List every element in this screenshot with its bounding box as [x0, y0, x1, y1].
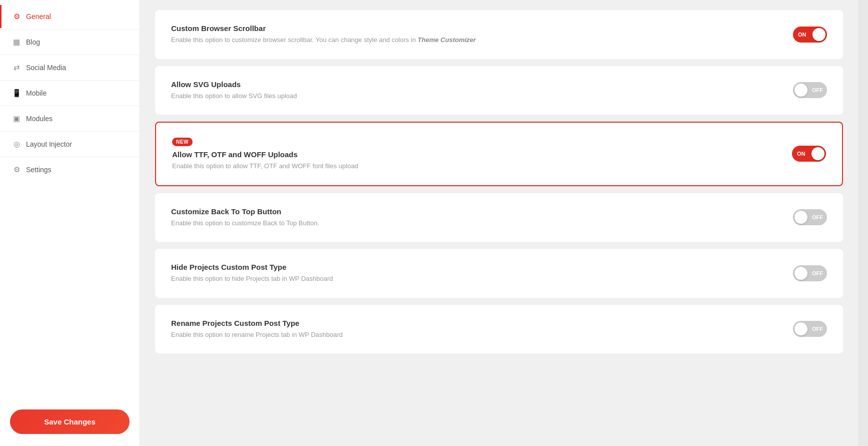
setting-card-hide-projects-custom-post-type: Hide Projects Custom Post Type Enable th… — [155, 249, 843, 298]
sidebar-item-layout-injector[interactable]: ◎ Layout Injector — [0, 133, 140, 156]
setting-info: Custom Browser Scrollbar Enable this opt… — [171, 24, 773, 45]
toggle-container: OFF — [793, 265, 827, 281]
toggle-label: OFF — [812, 214, 823, 220]
sidebar: ⚙ General ▦ Blog ⇄ Social Media 📱 Mobile… — [0, 0, 140, 446]
settings-icon: ⚙ — [12, 165, 21, 174]
sidebar-item-settings[interactable]: ⚙ Settings — [0, 158, 140, 181]
mobile-icon: 📱 — [12, 89, 21, 98]
divider — [0, 131, 140, 132]
sidebar-item-general[interactable]: ⚙ General — [0, 5, 140, 28]
new-badge: NEW — [172, 138, 193, 146]
toggle-label: ON — [797, 151, 805, 157]
sidebar-item-label: Modules — [26, 115, 53, 123]
setting-title: Allow SVG Uploads — [171, 80, 773, 89]
setting-card-rename-projects-custom-post-type: Rename Projects Custom Post Type Enable … — [155, 305, 843, 354]
save-changes-button[interactable]: Save Changes — [10, 409, 130, 434]
sidebar-item-mobile[interactable]: 📱 Mobile — [0, 82, 140, 105]
setting-title: Rename Projects Custom Post Type — [171, 319, 773, 327]
layout-injector-icon: ◎ — [12, 140, 21, 149]
toggle-customize-back-to-top[interactable]: OFF — [793, 209, 827, 225]
social-media-icon: ⇄ — [12, 63, 21, 72]
toggle-knob — [794, 211, 807, 224]
modules-icon: ▣ — [12, 114, 21, 123]
toggle-label: OFF — [812, 270, 823, 276]
setting-desc: Enable this option to hide Projects tab … — [171, 274, 773, 284]
toggle-knob — [812, 28, 825, 41]
setting-desc: Enable this option to rename Projects ta… — [171, 330, 773, 340]
setting-title: Customize Back To Top Button — [171, 207, 773, 216]
toggle-container: ON — [793, 27, 827, 43]
toggle-label: ON — [798, 32, 806, 38]
setting-desc: Enable this option to allow SVG files up… — [171, 91, 773, 101]
setting-desc: Enable this option to allow TTF, OTF and… — [172, 161, 772, 171]
toggle-rename-projects-custom-post-type[interactable]: OFF — [793, 321, 827, 337]
sidebar-item-modules[interactable]: ▣ Modules — [0, 107, 140, 130]
sidebar-item-label: Settings — [26, 166, 52, 174]
setting-desc: Enable this option to customize browser … — [171, 35, 773, 45]
sidebar-item-social-media[interactable]: ⇄ Social Media — [0, 56, 140, 79]
toggle-container: ON — [792, 146, 826, 162]
toggle-knob — [794, 267, 807, 280]
sidebar-item-label: Social Media — [26, 64, 66, 72]
right-panel — [858, 0, 868, 446]
save-button-container: Save Changes — [0, 397, 140, 446]
divider — [0, 157, 140, 157]
toggle-knob — [794, 84, 807, 97]
setting-card-allow-svg-uploads: Allow SVG Uploads Enable this option to … — [155, 66, 843, 115]
setting-title: Hide Projects Custom Post Type — [171, 263, 773, 271]
sidebar-item-label: Blog — [26, 38, 40, 46]
setting-card-allow-ttf-otf-woff: NEW Allow TTF, OTF and WOFF Uploads Enab… — [155, 122, 843, 186]
main-content: Custom Browser Scrollbar Enable this opt… — [140, 0, 858, 446]
setting-info: Rename Projects Custom Post Type Enable … — [171, 319, 773, 340]
toggle-knob — [794, 322, 807, 335]
setting-desc: Enable this option to customize Back to … — [171, 218, 773, 228]
setting-title: Allow TTF, OTF and WOFF Uploads — [172, 150, 772, 159]
setting-info: Customize Back To Top Button Enable this… — [171, 207, 773, 228]
sidebar-item-label: Mobile — [26, 89, 47, 97]
setting-info: Allow SVG Uploads Enable this option to … — [171, 80, 773, 101]
divider — [0, 29, 140, 30]
setting-card-customize-back-to-top: Customize Back To Top Button Enable this… — [155, 193, 843, 242]
toggle-custom-browser-scrollbar[interactable]: ON — [793, 27, 827, 43]
setting-card-custom-browser-scrollbar: Custom Browser Scrollbar Enable this opt… — [155, 10, 843, 59]
toggle-hide-projects-custom-post-type[interactable]: OFF — [793, 265, 827, 281]
gear-icon: ⚙ — [12, 12, 21, 21]
sidebar-item-label: Layout Injector — [26, 140, 72, 148]
setting-title: Custom Browser Scrollbar — [171, 24, 773, 33]
setting-info: Hide Projects Custom Post Type Enable th… — [171, 263, 773, 284]
toggle-container: OFF — [793, 321, 827, 337]
divider — [0, 106, 140, 106]
setting-info: NEW Allow TTF, OTF and WOFF Uploads Enab… — [172, 137, 772, 171]
toggle-container: OFF — [793, 209, 827, 225]
blog-icon: ▦ — [12, 38, 21, 47]
toggle-allow-svg-uploads[interactable]: OFF — [793, 82, 827, 98]
toggle-allow-ttf-otf-woff[interactable]: ON — [792, 146, 826, 162]
toggle-label: OFF — [812, 326, 823, 332]
toggle-knob — [811, 147, 824, 160]
toggle-label: OFF — [812, 87, 823, 93]
sidebar-item-label: General — [26, 13, 51, 21]
divider — [0, 80, 140, 81]
sidebar-item-blog[interactable]: ▦ Blog — [0, 31, 140, 54]
toggle-container: OFF — [793, 82, 827, 98]
divider — [0, 55, 140, 55]
